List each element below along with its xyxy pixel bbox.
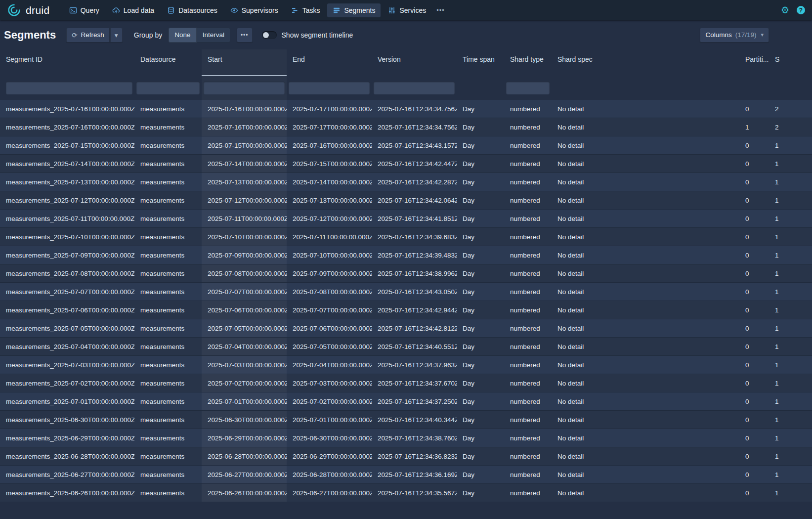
cell-version: 2025-07-16T12:34:42.944Z <box>372 301 457 319</box>
cell-shard-type: numbered <box>504 155 552 173</box>
cell-end: 2025-07-09T00:00:00.000Z <box>287 264 372 282</box>
table-row: measurements_2025-07-11T00:00:00.000Z...… <box>0 210 812 228</box>
nav-item-tasks[interactable]: Tasks <box>286 3 326 17</box>
cell-datasource: measurements <box>134 301 202 319</box>
filter-input-version[interactable] <box>374 82 455 94</box>
column-header-start[interactable]: Start <box>202 49 287 76</box>
help-icon[interactable]: ? <box>797 6 805 14</box>
cell-partition: 0 <box>739 429 769 447</box>
cell-size: 1 <box>769 136 812 154</box>
table-row: measurements_2025-07-06T00:00:00.000Z...… <box>0 301 812 319</box>
column-header-s[interactable]: S <box>769 49 812 76</box>
cell-version: 2025-07-16T12:34:42.064Z <box>372 191 457 209</box>
cell-partition: 0 <box>739 283 769 301</box>
columns-picker-button[interactable]: Columns (17/19) ▾ <box>700 28 769 43</box>
column-header-datasource[interactable]: Datasource <box>134 49 202 76</box>
cell-end: 2025-06-28T00:00:00.000Z <box>287 466 372 483</box>
druid-logo-icon <box>7 3 21 17</box>
filter-input-start[interactable] <box>204 82 285 94</box>
more-icon: ••• <box>241 32 249 39</box>
chevron-down-icon: ▾ <box>761 32 764 38</box>
cell-partition: 0 <box>739 100 769 118</box>
brand[interactable]: druid <box>7 3 50 17</box>
nav-item-query[interactable]: Query <box>64 3 105 17</box>
cell-version: 2025-07-16T12:34:34.756Z <box>372 118 457 136</box>
filter-input-segment-id[interactable] <box>6 82 132 94</box>
refresh-button[interactable]: ⟳ Refresh <box>66 28 110 43</box>
cell-time-span: Day <box>457 447 504 465</box>
cell-start: 2025-07-12T00:00:00.000Z <box>202 191 287 209</box>
cell-partition: 0 <box>739 374 769 392</box>
settings-gear-icon[interactable]: ⚙ <box>781 5 789 15</box>
cell-version: 2025-07-16T12:34:39.483Z <box>372 246 457 264</box>
table-row: measurements_2025-07-09T00:00:00.000Z...… <box>0 246 812 264</box>
cell-segment-id: measurements_2025-07-01T00:00:00.000Z... <box>0 392 134 410</box>
cell-time-span: Day <box>457 374 504 392</box>
cell-end: 2025-07-13T00:00:00.000Z <box>287 191 372 209</box>
cell-shard-spec: No detail <box>552 484 739 502</box>
nav-item-services[interactable]: Services <box>383 3 431 17</box>
cell-segment-id: measurements_2025-07-08T00:00:00.000Z... <box>0 264 134 282</box>
cell-start: 2025-07-09T00:00:00.000Z <box>202 246 287 264</box>
table-filter-row <box>0 76 812 100</box>
toggle-knob <box>263 32 269 38</box>
table-row: measurements_2025-06-27T00:00:00.000Z...… <box>0 466 812 484</box>
cell-partition: 0 <box>739 411 769 429</box>
nav-item-label: Datasources <box>178 6 217 14</box>
cell-shard-spec: No detail <box>552 118 739 136</box>
table-row: measurements_2025-07-01T00:00:00.000Z...… <box>0 392 812 411</box>
filter-input-shard-type[interactable] <box>506 82 550 94</box>
column-header-shard-type[interactable]: Shard type <box>504 49 552 76</box>
group-by-none-button[interactable]: None <box>169 28 196 43</box>
filter-cell-segment-id <box>0 76 134 100</box>
nav-item-supervisors[interactable]: Supervisors <box>225 3 284 17</box>
column-header-version[interactable]: Version <box>372 49 457 76</box>
refresh-interval-caret-button[interactable]: ▾ <box>110 28 123 43</box>
cell-segment-id: measurements_2025-07-14T00:00:00.000Z... <box>0 155 134 173</box>
cell-shard-type: numbered <box>504 136 552 154</box>
cell-end: 2025-06-30T00:00:00.000Z <box>287 429 372 447</box>
nav-overflow-button[interactable]: ••• <box>431 3 450 17</box>
table-row: measurements_2025-06-29T00:00:00.000Z...… <box>0 429 812 447</box>
cell-datasource: measurements <box>134 210 202 227</box>
cell-segment-id: measurements_2025-07-07T00:00:00.000Z... <box>0 283 134 301</box>
cell-size: 1 <box>769 173 812 191</box>
column-header-segment-id[interactable]: Segment ID <box>0 49 134 76</box>
cell-start: 2025-07-06T00:00:00.000Z <box>202 301 287 319</box>
cell-end: 2025-06-29T00:00:00.000Z <box>287 447 372 465</box>
cell-end: 2025-07-07T00:00:00.000Z <box>287 301 372 319</box>
cell-shard-spec: No detail <box>552 155 739 173</box>
cell-shard-spec: No detail <box>552 447 739 465</box>
cell-datasource: measurements <box>134 246 202 264</box>
cell-time-span: Day <box>457 356 504 374</box>
more-options-button[interactable]: ••• <box>237 28 253 43</box>
table-row: measurements_2025-07-02T00:00:00.000Z...… <box>0 374 812 392</box>
cell-end: 2025-07-08T00:00:00.000Z <box>287 283 372 301</box>
cell-partition: 0 <box>739 246 769 264</box>
table-row: measurements_2025-07-15T00:00:00.000Z...… <box>0 136 812 155</box>
cell-datasource: measurements <box>134 173 202 191</box>
cell-shard-spec: No detail <box>552 392 739 410</box>
filter-input-end[interactable] <box>289 82 370 94</box>
cell-segment-id: measurements_2025-06-26T00:00:00.000Z... <box>0 484 134 502</box>
cell-shard-spec: No detail <box>552 429 739 447</box>
nav-item-load-data[interactable]: Load data <box>107 3 160 17</box>
segment-timeline-toggle[interactable] <box>262 31 277 39</box>
cell-version: 2025-07-16T12:34:42.447Z <box>372 155 457 173</box>
cell-segment-id: measurements_2025-07-11T00:00:00.000Z... <box>0 210 134 227</box>
cell-shard-spec: No detail <box>552 246 739 264</box>
column-header-partiti[interactable]: Partiti... <box>739 49 769 76</box>
cell-version: 2025-07-16T12:34:37.250Z <box>372 392 457 410</box>
nav-item-datasources[interactable]: Datasources <box>162 3 223 17</box>
cell-end: 2025-07-17T00:00:00.000Z <box>287 100 372 118</box>
cell-time-span: Day <box>457 319 504 337</box>
cell-version: 2025-07-16T12:34:39.683Z <box>372 228 457 246</box>
column-header-end[interactable]: End <box>287 49 372 76</box>
filter-input-datasource[interactable] <box>136 82 200 94</box>
group-by-interval-button[interactable]: Interval <box>197 28 230 43</box>
column-header-shard-spec[interactable]: Shard spec <box>552 49 739 76</box>
cell-start: 2025-07-11T00:00:00.000Z <box>202 210 287 227</box>
column-header-time-span[interactable]: Time span <box>457 49 504 76</box>
nav-item-segments[interactable]: Segments <box>327 3 381 17</box>
cell-segment-id: measurements_2025-07-13T00:00:00.000Z... <box>0 173 134 191</box>
